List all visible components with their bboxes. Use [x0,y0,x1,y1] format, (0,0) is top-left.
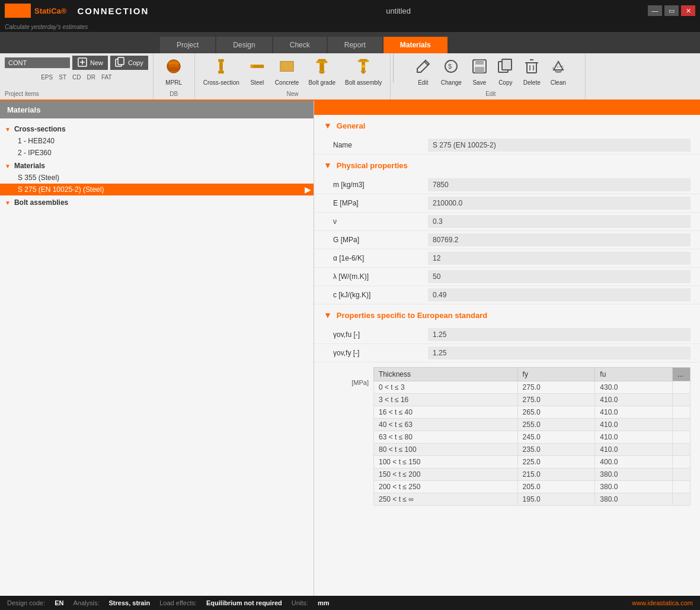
svg-rect-25 [358,60,369,62]
european-arrow[interactable]: ▼ [324,310,332,320]
mprl-icon [165,58,182,78]
materials-header: Materials [0,101,314,118]
thickness-table: Thickness fy fu ... 0 < t ≤ 3275.0430.03… [373,367,691,506]
svg-text:$: $ [448,63,452,70]
delete-button[interactable]: Delete [520,56,544,88]
tab-project[interactable]: Project [160,37,215,53]
delete-icon [523,58,540,78]
project-tabs: EPS ST CD DR FAT [39,73,114,81]
copy-edit-icon [497,58,514,78]
general-section-header: ▼ General [314,115,700,136]
table-row: 150 < t ≤ 200215.0380.0 [374,468,691,481]
thickness-table-body: 0 < t ≤ 3275.0430.03 < t ≤ 16275.0410.01… [374,381,691,506]
materials-group-header[interactable]: ▼ Materials [0,160,314,172]
svg-rect-15 [251,65,254,68]
svg-rect-12 [219,62,223,71]
crosssection-button[interactable]: Cross-section [200,56,243,88]
change-icon: $ [443,58,459,78]
tab-design[interactable]: Design [216,37,271,53]
tree-item-heb240[interactable]: 1 - HEB240 [0,135,314,147]
physical-arrow[interactable]: ▼ [324,160,332,170]
svg-rect-31 [475,60,484,65]
maximize-button[interactable]: ▭ [664,5,679,16]
physical-section-header: ▼ Physical properties [314,155,700,176]
tree-group-crosssections: ▼ Cross-sections 1 - HEB240 2 - IPE360 [0,123,314,159]
new-button[interactable]: New [72,56,108,70]
main-content: Materials ▼ Cross-sections 1 - HEB240 2 … [0,101,700,596]
edit-section-label: Edit [485,88,496,97]
general-arrow[interactable]: ▼ [324,121,332,130]
website-link[interactable]: www.ideastatica.com [632,599,693,606]
table-row: 80 < t ≤ 100235.0410.0 [374,444,691,456]
tab-eps[interactable]: EPS [39,73,55,81]
tab-cd[interactable]: CD [70,73,83,81]
bolt-assemblies-header[interactable]: ▼ Bolt assemblies [0,197,314,208]
tab-materials[interactable]: Materials [383,37,448,53]
tab-report[interactable]: Report [328,37,382,53]
steel-button[interactable]: Steel [245,56,269,88]
table-row: 200 < t ≤ 250205.0380.0 [374,481,691,493]
lambda-label: λ [W/(m.K)] [333,272,428,281]
concrete-button[interactable]: Concrete [271,56,303,88]
steel-icon [249,58,266,78]
european-title: Properties specific to European standard [337,311,487,320]
save-button[interactable]: Save [468,56,491,88]
svg-rect-35 [527,63,536,73]
bolt-grade-button[interactable]: Bolt grade [305,56,339,88]
right-panel-header [314,101,700,115]
toolbar-project-section: New Copy EPS ST CD DR FAT Project items [0,53,154,99]
svg-rect-16 [280,62,293,72]
table-row: 63 < t ≤ 80245.0410.0 [374,431,691,444]
m-label: m [kg/m3] [333,181,428,189]
toolbar-new-section: Cross-section Steel Conc [195,53,391,99]
c-row: c [kJ/(kg.K)] 0.49 [314,286,700,304]
name-label: Name [333,141,428,149]
tab-check[interactable]: Check [273,37,327,53]
change-button[interactable]: $ Change [437,56,465,88]
crosssections-header[interactable]: ▼ Cross-sections [0,123,314,135]
tree-item-s275[interactable]: S 275 (EN 10025-2) (Steel) [0,184,314,195]
db-label: DB [170,88,178,97]
nu-row: ν 0.3 [314,213,700,231]
tree-item-s355[interactable]: S 355 (Steel) [0,172,314,184]
edit-button[interactable]: Edit [411,56,435,88]
logo-text: StatiCa® [34,7,66,15]
e-value: 210000.0 [428,197,691,210]
copy-project-button[interactable]: Copy [110,56,148,70]
clean-button[interactable]: Clean [546,56,570,88]
nu-label: ν [333,217,428,226]
units-label: Units: [292,599,308,606]
bolt-assembly-icon [355,58,372,78]
copy-edit-button[interactable]: Copy [494,56,517,88]
e-row: E [MPa] 210000.0 [314,194,700,213]
col-fu: fu [595,368,673,381]
gamma-fu-row: γov,fu [-] 1.25 [314,326,700,344]
name-value: S 275 (EN 10025-2) [428,139,691,152]
table-row: 40 < t ≤ 63255.0410.0 [374,419,691,431]
close-button[interactable]: ✕ [681,5,695,16]
table-unit-label: [MPa] [333,367,369,386]
m-row: m [kg/m3] 7850 [314,176,700,194]
nav-tabs: Project Design Check Report Materials [0,32,700,53]
toolbar-divider [393,53,394,83]
nu-value: 0.3 [428,215,691,228]
mprl-button[interactable]: MPRL [162,56,186,88]
table-row: 250 < t ≤ ∞195.0380.0 [374,493,691,506]
svg-rect-11 [219,59,224,62]
tab-dr[interactable]: DR [84,73,97,81]
gamma-fu-label: γov,fu [-] [333,330,428,339]
toolbar-edit-section: Edit $ Change [396,53,586,99]
minimize-button[interactable]: — [648,5,662,16]
crosssection-icon [213,58,229,78]
tab-st[interactable]: ST [56,73,69,81]
european-section-header: ▼ Properties specific to European standa… [314,304,700,326]
bolt-assembly-button[interactable]: Bolt assembly [341,56,385,88]
gamma-fy-value: 1.25 [428,346,691,359]
project-input[interactable] [5,57,70,68]
gamma-fy-row: γov,fy [-] 1.25 [314,344,700,362]
units-value: mm [318,599,330,606]
tab-fat[interactable]: FAT [99,73,114,81]
tree-item-ipe360[interactable]: 2 - IPE360 [0,147,314,159]
thickness-table-container: [MPa] Thickness fy fu ... 0 < t ≤ 3275.0… [333,367,691,506]
table-row: 3 < t ≤ 16275.0410.0 [374,394,691,406]
